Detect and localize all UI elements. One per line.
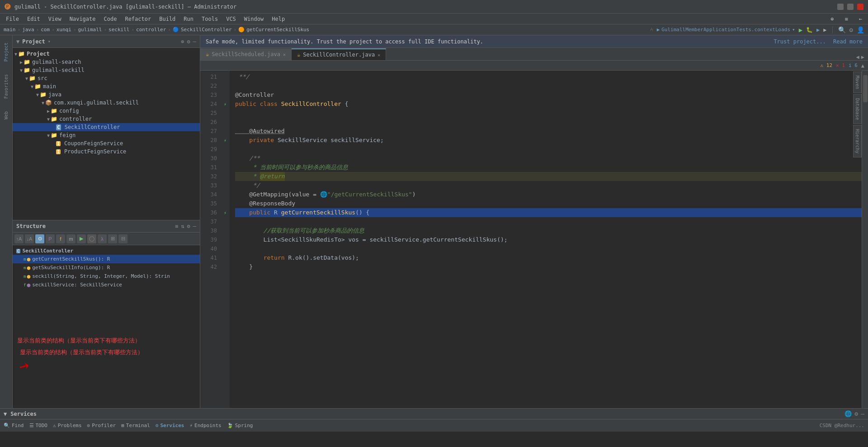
bottom-tab-find[interactable]: 🔍 Find xyxy=(4,423,24,428)
run-config-selector[interactable]: ▶ GulimallMemberApplicationTests.context… xyxy=(657,27,795,33)
trust-project-button[interactable]: Trust project... xyxy=(774,38,826,45)
menu-file[interactable]: File xyxy=(2,15,23,23)
tree-item-couponfeignservice[interactable]: ▶ I CouponFeignService xyxy=(13,139,200,147)
tree-item-config[interactable]: ▶ 📁 config xyxy=(13,107,200,115)
menu-refactor[interactable]: Refactor xyxy=(121,15,155,23)
structure-gear-icon[interactable]: ⚙ xyxy=(187,223,190,229)
bottom-tab-spring[interactable]: 🍃 Spring xyxy=(227,423,253,428)
tree-item-package[interactable]: ▼ 📦 com.xunqi.gulimall.seckill xyxy=(13,99,200,107)
toolbar-icon-format[interactable]: ≡ xyxy=(841,15,852,23)
structure-method-getsku[interactable]: m ● getSkuSeckillInfo(Long): R xyxy=(13,263,200,272)
minimize-button[interactable] xyxy=(837,4,844,10)
bottom-tab-terminal[interactable]: ⊞ Terminal xyxy=(121,423,150,428)
structure-collapse-icon[interactable]: — xyxy=(193,223,196,229)
structure-show-fields[interactable]: f xyxy=(56,234,65,243)
database-tab[interactable]: Database xyxy=(853,94,862,124)
breadcrumb-xunqi[interactable]: xunqi xyxy=(57,27,71,33)
bottom-tab-todo[interactable]: ☰ TODO xyxy=(29,423,48,428)
profile-button[interactable]: ▶ xyxy=(823,27,826,33)
structure-show-lambdas[interactable]: λ xyxy=(98,234,107,243)
window-controls[interactable] xyxy=(837,4,863,10)
tree-item-project[interactable]: ▼ 📁 Project xyxy=(13,50,200,58)
structure-method-getcurrent[interactable]: m ● getCurrentSeckillSkus(): R xyxy=(13,255,200,263)
toolbar-icon-arrow-left[interactable]: ← xyxy=(855,15,866,23)
structure-show-inherited[interactable]: ⊙ xyxy=(35,234,44,243)
tab-scroll-left-icon[interactable]: ◀ xyxy=(856,54,859,60)
coverage-button[interactable]: ▶ xyxy=(816,27,820,33)
breadcrumb-java[interactable]: java xyxy=(22,27,34,33)
sidebar-web-icon[interactable]: Web xyxy=(3,108,9,123)
structure-method-seckill[interactable]: m ● seckill(String, String, Integer, Mod… xyxy=(13,272,200,281)
structure-show-inner[interactable]: ▶ xyxy=(77,234,86,243)
gutter-mark-36[interactable]: ⚡ xyxy=(224,210,226,215)
sidebar-project-icon[interactable]: Project xyxy=(3,39,9,65)
structure-sort-alpha-desc[interactable]: ↓A xyxy=(25,234,34,243)
structure-collapse-all[interactable]: ⊟ xyxy=(118,234,127,243)
menu-view[interactable]: View xyxy=(45,15,65,23)
menu-tools[interactable]: Tools xyxy=(198,15,222,23)
tree-item-seckillcontroller[interactable]: ▶ C SeckillController xyxy=(13,123,200,131)
bottom-tab-problems[interactable]: ⚠ Problems xyxy=(53,423,82,428)
tree-item-feign[interactable]: ▼ 📁 feign xyxy=(13,131,200,139)
breadcrumb-controller[interactable]: controller xyxy=(136,27,166,33)
help-button[interactable]: 👤 xyxy=(857,26,864,33)
breadcrumb-seckillcontroller[interactable]: SeckillController xyxy=(181,27,232,33)
toolbar-icon-sync[interactable]: ⊕ xyxy=(827,15,837,23)
tree-item-productfeignservice[interactable]: ▶ I ProductFeignService xyxy=(13,147,200,156)
breadcrumb-main[interactable]: main xyxy=(4,27,16,33)
maven-tab[interactable]: Maven xyxy=(853,71,862,93)
gutter-mark-24[interactable]: ⚡ xyxy=(224,102,226,107)
tab-seckillscheduled[interactable]: ☕ SeckillScheduled.java ✕ xyxy=(200,48,292,60)
menu-build[interactable]: Build xyxy=(156,15,179,23)
tab-scroll-right-icon[interactable]: ▶ xyxy=(861,54,864,60)
read-more-button[interactable]: Read more xyxy=(833,38,863,45)
structure-expand-all[interactable]: ⊞ xyxy=(108,234,117,243)
menu-code[interactable]: Code xyxy=(100,15,121,23)
project-dropdown-icon[interactable]: ▾ xyxy=(48,39,51,44)
tree-item-src[interactable]: ▼ 📁 src xyxy=(13,74,200,82)
structure-show-methods[interactable]: m xyxy=(66,234,75,243)
structure-sort-icon[interactable]: ≡ xyxy=(175,223,178,229)
code-scrollbar[interactable] xyxy=(862,71,868,408)
tree-item-gulimall-search[interactable]: ▶ 📁 gulimall-search xyxy=(13,58,200,66)
scroll-thumb[interactable] xyxy=(863,75,868,102)
menu-run[interactable]: Run xyxy=(180,15,197,23)
breadcrumb-gulimall[interactable]: gulimall xyxy=(78,27,102,33)
bottom-tab-profiler[interactable]: ⊙ Profiler xyxy=(87,423,116,428)
services-expand-icon[interactable]: ▼ xyxy=(4,411,7,417)
structure-sort2-icon[interactable]: ⇅ xyxy=(181,223,184,229)
tab-seckillscheduled-close[interactable]: ✕ xyxy=(283,52,286,57)
services-title[interactable]: Services xyxy=(10,411,37,417)
structure-sort-alpha-asc[interactable]: ↑A xyxy=(14,234,24,243)
project-expand-icon[interactable]: ▼ xyxy=(16,38,19,45)
menu-help[interactable]: Help xyxy=(268,15,288,23)
search-button[interactable]: 🔍 xyxy=(838,26,846,33)
tree-item-gulimall-seckill[interactable]: ▼ 📁 gulimall-seckill xyxy=(13,66,200,74)
services-settings-icon[interactable]: ⚙ xyxy=(854,410,858,417)
close-button[interactable] xyxy=(857,4,863,10)
run-config-dropdown[interactable]: ▾ xyxy=(792,27,795,33)
services-close-icon[interactable]: — xyxy=(861,410,864,417)
services-globe-icon[interactable]: 🌐 xyxy=(844,410,852,417)
structure-show-protected[interactable]: P xyxy=(46,234,55,243)
structure-field-seckillservice[interactable]: f ● seckillService: SeckillService xyxy=(13,281,200,289)
tree-item-main[interactable]: ▼ 📁 main xyxy=(13,82,200,90)
settings-button[interactable]: ⚙ xyxy=(849,26,853,33)
tree-item-controller[interactable]: ▼ 📁 controller xyxy=(13,115,200,123)
project-gear-icon[interactable]: ⚙ xyxy=(187,38,190,45)
menu-window[interactable]: Window xyxy=(241,15,267,23)
tree-item-java[interactable]: ▼ 📁 java xyxy=(13,90,200,99)
code-content[interactable]: **/ @Controller public class SeckillCont… xyxy=(230,71,862,408)
structure-show-anon[interactable]: ◯ xyxy=(87,234,96,243)
menu-navigate[interactable]: Navigate xyxy=(66,15,99,23)
menu-vcs[interactable]: VCS xyxy=(222,15,240,23)
breadcrumb-com[interactable]: com xyxy=(41,27,50,33)
warning-expand-icon[interactable]: ▲ xyxy=(861,62,864,69)
breadcrumb-method[interactable]: getCurrentSeckillSkus xyxy=(246,27,309,33)
project-sync-icon[interactable]: ⊕ xyxy=(181,38,184,45)
hierarchy-tab[interactable]: Hierarchy xyxy=(853,125,862,157)
gutter-mark-28[interactable]: ⚡ xyxy=(224,138,226,143)
run-config-label[interactable]: GulimallMemberApplicationTests.contextLo… xyxy=(661,27,790,33)
breadcrumb-seckill[interactable]: seckill xyxy=(108,27,129,33)
project-collapse-icon[interactable]: — xyxy=(193,38,196,45)
